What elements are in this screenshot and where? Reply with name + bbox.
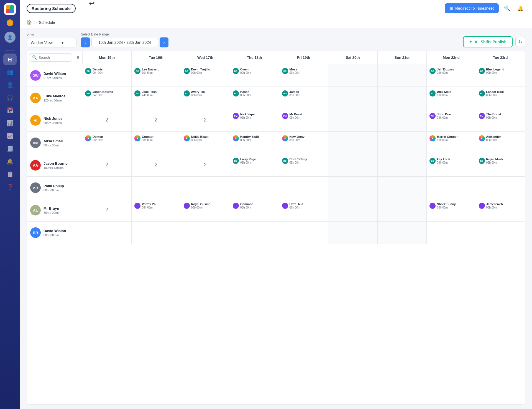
shift-cell[interactable]: Royal Cusine 08h 00m	[181, 199, 230, 222]
shift-cell[interactable]: ✦ Martin Cooper 08h 00m	[427, 132, 476, 154]
shift-cell[interactable]: ✦ Nokia Beast 08h 00m	[181, 132, 230, 154]
sidebar-item-alerts[interactable]: 🔔	[3, 156, 17, 167]
shift-cell[interactable]: BD key Lock 09h 00m	[427, 154, 476, 177]
shift-cell[interactable]: BD Larry Page 09h 00m	[230, 154, 279, 177]
shift-cell[interactable]: 2	[82, 109, 132, 132]
shift-cell[interactable]: PM The Boost 09h 00m	[476, 109, 525, 132]
shift-cell[interactable]: BD Joson Bourne 24h 00m	[82, 87, 132, 109]
sidebar-item-calendar[interactable]: 📅	[3, 105, 17, 116]
view-select[interactable]: Worker View ▾	[27, 38, 76, 47]
shift-cell[interactable]: James Web 08h 00m	[476, 199, 525, 222]
shift-cell[interactable]	[476, 222, 525, 244]
sidebar-item-dashboard[interactable]: ⊞	[3, 54, 17, 65]
shift-cell[interactable]	[230, 177, 279, 199]
table-row[interactable]: AA Jason Bourne 100hrs 13mins 222 BD Lar…	[27, 154, 525, 177]
sidebar-collapse-button[interactable]: →	[7, 19, 13, 26]
app-logo[interactable]	[4, 3, 16, 15]
table-row[interactable]: BR David Wislon 00hr 00min	[27, 222, 525, 244]
shift-cell[interactable]: BD Alex Mole 09h 00m	[427, 87, 476, 109]
table-row[interactable]: AR Patik Phillip 00hr 00min	[27, 177, 525, 199]
shift-cell[interactable]: Vertex Pa... 08h 00m	[132, 199, 181, 222]
shift-cell[interactable]	[132, 222, 181, 244]
shift-cell[interactable]: 2	[132, 109, 181, 132]
shift-cell[interactable]: BD Lee Navarro 10h 54m	[132, 64, 181, 87]
shift-cell[interactable]	[328, 109, 378, 132]
shift-cell[interactable]	[427, 177, 476, 199]
shift-cell[interactable]	[377, 199, 427, 222]
publish-button[interactable]: ✦ All Shifts Publish	[463, 36, 513, 47]
table-row[interactable]: AM Alisa Small 80hrs 00min ✦ Denton 08h …	[27, 132, 525, 154]
redirect-button[interactable]: ⊞ Redirect To Timesheet	[445, 3, 499, 13]
table-row[interactable]: AA Luke Mantos 120hrs 00min BD Joson Bou…	[27, 87, 525, 109]
table-row[interactable]: DW David Wilson 91hrs 54mins BD Dennis 0…	[27, 64, 525, 87]
shift-cell[interactable]: BD Dennis 09h 00m	[82, 64, 132, 87]
sidebar-item-team[interactable]: 👥	[3, 66, 17, 78]
shift-cell[interactable]: 2	[82, 199, 132, 222]
sidebar-item-tasks[interactable]: 📋	[3, 168, 17, 180]
shift-cell[interactable]	[279, 222, 328, 244]
shift-cell[interactable]	[279, 177, 328, 199]
shift-cell[interactable]: BD Jamee 09h 00m	[279, 87, 328, 109]
table-row[interactable]: AI Nick Jones 99hrs 38mins 222 PM Nick V…	[27, 109, 525, 132]
shift-cell[interactable]	[377, 132, 427, 154]
shift-cell[interactable]: PM Jhon Doe 09h 00m	[427, 109, 476, 132]
shift-cell[interactable]: 2	[82, 154, 132, 177]
breadcrumb-home-icon[interactable]: 🏠	[27, 20, 32, 25]
shift-cell[interactable]	[377, 64, 427, 87]
shift-cell[interactable]: BD Jake Pass 24h 00m	[132, 87, 181, 109]
shift-cell[interactable]: ✦ Counter 08h 00m	[132, 132, 181, 154]
shift-cell[interactable]	[427, 222, 476, 244]
shift-cell[interactable]: BD Owen 09h 00m	[230, 64, 279, 87]
shift-cell[interactable]: Shork Sunny 08h 00m	[427, 199, 476, 222]
shift-cell[interactable]: PM Mr Beast 09h 00m	[279, 109, 328, 132]
shift-cell[interactable]: Common 08h 00m	[230, 199, 279, 222]
filter-icon-button[interactable]: ≡	[76, 55, 80, 60]
shift-cell[interactable]	[132, 177, 181, 199]
shift-cell[interactable]	[377, 154, 427, 177]
sidebar-item-support[interactable]: 🎧	[3, 92, 17, 103]
shift-cell[interactable]: ✦ New Jersy 08h 00m	[279, 132, 328, 154]
shift-cell[interactable]	[181, 222, 230, 244]
shift-cell[interactable]: ✦ Denton 08h 00m	[82, 132, 132, 154]
shift-cell[interactable]: BD Lancer Male 09h 00m	[476, 87, 525, 109]
shift-cell[interactable]	[230, 222, 279, 244]
shift-cell[interactable]: 2	[132, 154, 181, 177]
shift-cell[interactable]	[377, 109, 427, 132]
date-next-button[interactable]: ›	[160, 37, 168, 47]
search-input-wrap[interactable]: 🔍	[29, 53, 72, 62]
shift-cell[interactable]: BD Royal Musk 09h 00m	[476, 154, 525, 177]
search-input[interactable]	[39, 55, 69, 60]
shift-cell[interactable]	[476, 177, 525, 199]
shift-cell[interactable]	[328, 199, 378, 222]
shift-cell[interactable]	[328, 64, 378, 87]
sidebar-item-invoice[interactable]: 🧾	[3, 143, 17, 154]
sidebar-item-users[interactable]: 👤	[3, 79, 17, 91]
sidebar-item-reports[interactable]: 📊	[3, 117, 17, 129]
shift-cell[interactable]	[328, 87, 378, 109]
shift-cell[interactable]	[328, 132, 378, 154]
shift-cell[interactable]	[377, 87, 427, 109]
shift-cell[interactable]: ✦ Handry Swift 08h 00m	[230, 132, 279, 154]
sidebar-item-help[interactable]: ❓	[3, 181, 17, 193]
shift-cell[interactable]	[328, 222, 378, 244]
shift-cell[interactable]: ✦ Alexander 08h 00m	[476, 132, 525, 154]
shift-cell[interactable]: BD Cool Tiffany 09h 00m	[279, 154, 328, 177]
refresh-button[interactable]: ↻	[515, 37, 525, 47]
shift-cell[interactable]: BD Devin Trujillo 09h 00m	[181, 64, 230, 87]
shift-cell[interactable]: BD Avary Tux 09h 00m	[181, 87, 230, 109]
shift-cell[interactable]: BD Jeff Bozoss 09h 00m	[427, 64, 476, 87]
shift-cell[interactable]: 2	[181, 109, 230, 132]
notification-icon-button[interactable]: 🔔	[515, 3, 525, 13]
shift-cell[interactable]	[82, 222, 132, 244]
shift-cell[interactable]: PM Nick Vape 09h 00m	[230, 109, 279, 132]
shift-cell[interactable]: Hazel Nut 08h 00m	[279, 199, 328, 222]
shift-cell[interactable]	[328, 177, 378, 199]
shift-cell[interactable]	[181, 177, 230, 199]
date-prev-button[interactable]: ‹	[81, 37, 90, 47]
search-icon-button[interactable]: 🔍	[502, 3, 512, 13]
shift-cell[interactable]: BD Hasan 09h 00m	[230, 87, 279, 109]
shift-cell[interactable]	[328, 154, 378, 177]
shift-cell[interactable]	[377, 177, 427, 199]
sidebar-item-analytics[interactable]: 📈	[3, 130, 17, 142]
avatar[interactable]: 👤	[4, 32, 16, 43]
